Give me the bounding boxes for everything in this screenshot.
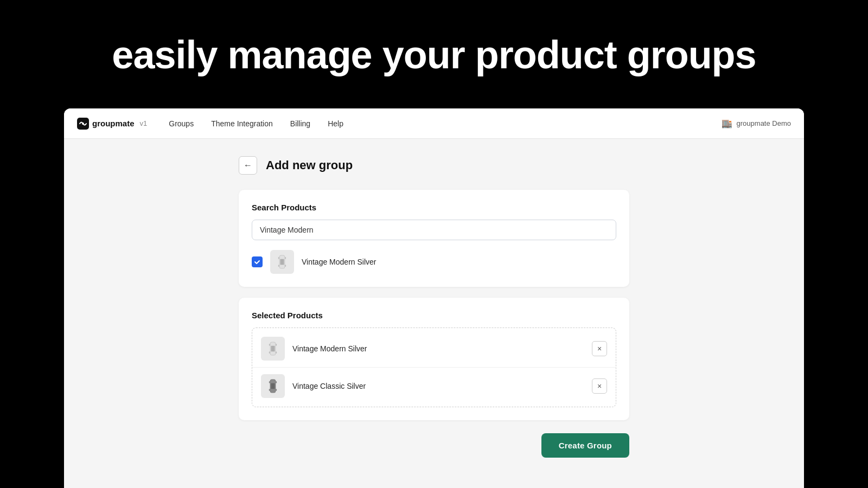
product-thumbnail — [270, 250, 294, 274]
page-content: ← Add new group Search Products — [217, 139, 651, 475]
remove-product-button-1[interactable]: × — [592, 378, 607, 394]
nav-link-groups[interactable]: Groups — [169, 117, 194, 130]
search-result-item: Vintage Modern Silver — [252, 250, 616, 274]
svg-rect-21 — [269, 389, 270, 391]
nav-link-help[interactable]: Help — [328, 117, 343, 130]
search-products-title: Search Products — [252, 203, 616, 212]
selected-product-thumbnail-1 — [261, 374, 285, 398]
svg-rect-4 — [280, 259, 284, 265]
product-checkbox[interactable] — [252, 256, 263, 267]
logo-name: groupmate — [92, 119, 135, 128]
watch-image-0 — [264, 340, 282, 357]
back-button[interactable]: ← — [239, 156, 257, 175]
navbar: groupmate v1 Groups Theme Integration Bi… — [64, 108, 804, 139]
selected-products-title: Selected Products — [252, 311, 616, 320]
logo-version: v1 — [140, 119, 148, 127]
selected-products-card: Selected Products — [239, 298, 629, 420]
svg-rect-15 — [276, 351, 277, 354]
svg-rect-12 — [269, 344, 270, 346]
page-header: ← Add new group — [239, 156, 629, 175]
app-window: groupmate v1 Groups Theme Integration Bi… — [64, 108, 804, 488]
nav-link-theme-integration[interactable]: Theme Integration — [211, 117, 273, 130]
svg-rect-7 — [278, 265, 279, 267]
nav-logo: groupmate v1 — [77, 118, 147, 130]
svg-rect-18 — [271, 383, 275, 389]
svg-rect-8 — [285, 265, 286, 267]
selected-item: Vintage Modern Silver × — [252, 330, 616, 368]
nav-links: Groups Theme Integration Billing Help — [169, 117, 721, 130]
svg-rect-14 — [269, 351, 270, 354]
svg-rect-11 — [271, 346, 275, 352]
page-title: Add new group — [266, 158, 353, 172]
selected-product-thumbnail-0 — [261, 337, 285, 361]
hero-section: easily manage your product groups — [0, 0, 868, 99]
watch-image — [273, 253, 291, 271]
check-icon — [254, 259, 260, 265]
selected-item: Vintage Classic Silver × — [252, 368, 616, 404]
account-label: groupmate Demo — [737, 119, 791, 127]
svg-rect-13 — [276, 344, 277, 346]
watch-image-1 — [264, 377, 282, 395]
hero-title: easily manage your product groups — [0, 33, 868, 77]
svg-rect-19 — [269, 381, 270, 383]
nav-link-billing[interactable]: Billing — [290, 117, 310, 130]
action-row: Create Group — [239, 433, 629, 458]
search-result-name: Vintage Modern Silver — [302, 258, 376, 266]
svg-rect-5 — [278, 257, 279, 259]
selected-product-name-0: Vintage Modern Silver — [292, 344, 367, 353]
store-icon: 🏬 — [722, 118, 732, 129]
svg-rect-20 — [276, 381, 277, 383]
search-products-card: Search Products — [239, 190, 629, 287]
svg-point-1 — [82, 123, 84, 125]
selected-products-list: Vintage Modern Silver × — [252, 328, 616, 407]
search-input[interactable] — [252, 220, 616, 240]
selected-product-name-1: Vintage Classic Silver — [292, 382, 366, 390]
svg-rect-6 — [285, 257, 286, 259]
logo-icon — [77, 118, 89, 130]
remove-product-button-0[interactable]: × — [592, 341, 607, 356]
create-group-button[interactable]: Create Group — [541, 433, 629, 458]
svg-rect-22 — [276, 389, 277, 391]
nav-account: 🏬 groupmate Demo — [722, 118, 791, 129]
